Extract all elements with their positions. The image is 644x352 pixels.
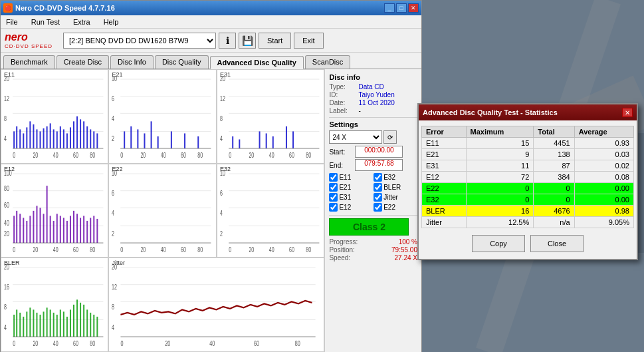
menu-file[interactable]: File	[3, 17, 21, 27]
app-logo: nero CD·DVD SPEED	[5, 29, 58, 52]
position-label: Position:	[329, 246, 354, 254]
checkbox-e12-row: E12	[329, 203, 373, 212]
table-row: Jitter 12.5% n/a 9.05%	[422, 217, 634, 228]
svg-rect-57	[131, 126, 132, 148]
tab-disc-info[interactable]: Disc Info	[110, 55, 154, 69]
main-window: 🔴 Nero CD-DVD Speed 4.7.7.16 _ □ ✕ File …	[0, 0, 422, 352]
save-button[interactable]: 💾	[239, 33, 256, 49]
svg-rect-190	[50, 310, 51, 337]
svg-rect-187	[40, 315, 41, 337]
svg-text:80: 80	[306, 151, 311, 159]
svg-rect-105	[13, 216, 15, 243]
tab-benchmark[interactable]: Benchmark	[3, 55, 55, 69]
chart-e22: E22 10 6 4 2 0 20 40 60	[108, 164, 216, 258]
svg-rect-81	[232, 136, 233, 148]
row-e32-total: 0	[534, 194, 574, 206]
end-label: End:	[329, 162, 352, 169]
svg-text:20: 20	[141, 246, 146, 254]
menu-run-test[interactable]: Run Test	[29, 17, 62, 27]
svg-text:0: 0	[13, 151, 15, 159]
svg-rect-34	[80, 119, 81, 148]
svg-text:80: 80	[90, 340, 95, 348]
checkbox-e11[interactable]	[329, 173, 338, 182]
row-e32-avg: 0.00	[574, 194, 633, 206]
content-area: E11 20 12 8 4	[1, 69, 421, 352]
disc-info-title: Disc info	[329, 73, 417, 81]
maximize-button[interactable]: □	[396, 3, 407, 13]
row-e22-error: E22	[422, 183, 467, 194]
svg-rect-107	[19, 214, 21, 243]
svg-text:20: 20	[4, 230, 9, 238]
menu-extra[interactable]: Extra	[70, 17, 93, 27]
tab-advanced-disc-quality[interactable]: Advanced Disc Quality	[210, 56, 304, 69]
checkbox-jitter[interactable]	[374, 193, 382, 202]
checkbox-bler[interactable]	[374, 183, 382, 192]
svg-text:40: 40	[53, 340, 58, 348]
svg-rect-106	[16, 210, 17, 242]
svg-text:6: 6	[220, 189, 223, 197]
svg-rect-87	[292, 131, 294, 148]
progress-value: 100 %	[399, 238, 417, 246]
svg-rect-128	[90, 218, 91, 243]
svg-rect-23	[43, 128, 45, 148]
close-button[interactable]: Close	[530, 235, 584, 252]
svg-rect-16	[19, 129, 21, 148]
col-error: Error	[422, 126, 467, 138]
row-e12-max: 72	[466, 172, 534, 183]
info-button[interactable]: ℹ	[219, 33, 236, 49]
svg-rect-120	[63, 218, 64, 243]
row-jitter-error: Jitter	[422, 217, 467, 228]
svg-text:40: 40	[53, 151, 58, 159]
svg-text:20: 20	[249, 246, 254, 254]
disc-date-row: Date: 11 Oct 2020	[329, 99, 417, 106]
checkbox-e12[interactable]	[329, 203, 338, 212]
tab-disc-quality[interactable]: Disc Quality	[155, 55, 209, 69]
checkbox-e21[interactable]	[329, 183, 338, 192]
start-time-row: Start: 000:00.00	[329, 146, 417, 158]
svg-text:12: 12	[4, 95, 9, 103]
checkbox-jitter-label: Jitter	[383, 194, 398, 201]
class-label: Class 2	[353, 222, 385, 232]
chart-e11: E11 20 12 8 4	[1, 69, 108, 164]
svg-rect-20	[33, 124, 34, 148]
svg-text:2: 2	[220, 230, 223, 238]
stats-dialog-close-icon[interactable]: ✕	[622, 108, 633, 117]
chart-e31-label: E31	[220, 71, 231, 78]
tab-create-disc[interactable]: Create Disc	[56, 55, 109, 69]
svg-rect-64	[198, 136, 199, 148]
svg-text:2: 2	[112, 230, 114, 238]
exit-button[interactable]: Exit	[294, 33, 323, 49]
progress-row: Progress: 100 %	[329, 238, 417, 246]
svg-rect-184	[29, 308, 31, 337]
checkbox-e31[interactable]	[329, 193, 338, 202]
speed-select[interactable]: 24 X Max 1 X 2 X 4 X 8 X 16 X 32 X 40 X …	[329, 130, 382, 144]
app-icon: 🔴	[3, 3, 13, 13]
chart-jitter: Jitter 20 12 8 4 0 20	[108, 258, 324, 352]
table-row: E32 0 0 0.00	[422, 194, 634, 206]
row-e22-total: 0	[534, 183, 574, 194]
minimize-button[interactable]: _	[384, 3, 395, 13]
svg-text:40: 40	[53, 246, 58, 254]
svg-text:20: 20	[33, 151, 38, 159]
right-panel: Disc info Type: Data CD ID: Taiyo Yuden …	[325, 69, 421, 352]
drive-select[interactable]: [2:2] BENQ DVD DD DW1620 B7W9	[63, 33, 216, 49]
tab-scan-disc[interactable]: ScanDisc	[305, 55, 350, 69]
row-e11-max: 15	[466, 138, 534, 149]
toolbar: nero CD·DVD SPEED [2:2] BENQ DVD DD DW16…	[1, 29, 421, 53]
speed-icon-button[interactable]: ⟳	[383, 130, 397, 144]
end-time-row: End: 079:57.68	[329, 159, 417, 171]
checkbox-e22[interactable]	[374, 203, 382, 212]
divider-2	[329, 215, 417, 216]
checkbox-e32[interactable]	[374, 173, 382, 182]
copy-button[interactable]: Copy	[472, 235, 525, 252]
disc-id-row: ID: Taiyo Yuden	[329, 91, 417, 98]
svg-rect-84	[266, 133, 267, 148]
divider-1	[329, 117, 417, 118]
svg-text:0: 0	[121, 340, 124, 348]
menu-help[interactable]: Help	[101, 17, 122, 27]
nero-logo-sub: CD·DVD SPEED	[5, 43, 53, 49]
svg-rect-123	[73, 210, 74, 242]
start-button[interactable]: Start	[259, 33, 291, 49]
svg-rect-82	[239, 139, 240, 148]
close-button[interactable]: ✕	[408, 3, 419, 13]
